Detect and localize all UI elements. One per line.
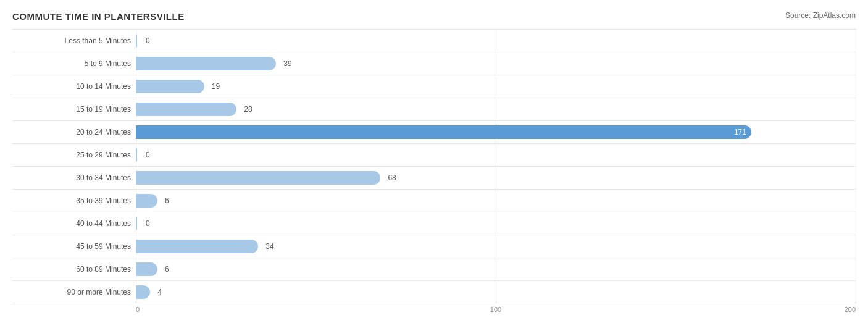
bar-value: 0 bbox=[146, 151, 150, 159]
bar-label: 10 to 14 Minutes bbox=[12, 82, 136, 91]
x-axis-tick-label: 200 bbox=[845, 306, 856, 313]
bar-label: 45 to 59 Minutes bbox=[12, 242, 136, 251]
bar-label: 90 or more Minutes bbox=[12, 288, 136, 296]
bar-value: 39 bbox=[283, 59, 291, 68]
bar-row: 5 to 9 Minutes39 bbox=[12, 52, 856, 75]
bar-value: 6 bbox=[165, 196, 169, 205]
bar-fill bbox=[136, 148, 137, 162]
bar-fill bbox=[136, 240, 258, 253]
chart-title: COMMUTE TIME IN PLANTERSVILLE bbox=[12, 11, 185, 22]
bar-track: 28 bbox=[136, 103, 856, 116]
bar-track: 0 bbox=[136, 148, 856, 162]
bar-fill bbox=[136, 80, 204, 93]
bar-fill bbox=[136, 34, 137, 48]
bar-fill bbox=[136, 103, 236, 116]
bar-value: 34 bbox=[265, 242, 273, 251]
bar-track: 171 bbox=[136, 125, 856, 139]
bar-value: 28 bbox=[244, 105, 252, 114]
bar-label: 25 to 29 Minutes bbox=[12, 151, 136, 159]
bar-label: 40 to 44 Minutes bbox=[12, 219, 136, 228]
bar-track: 6 bbox=[136, 194, 856, 208]
bar-label: 15 to 19 Minutes bbox=[12, 105, 136, 114]
bar-fill bbox=[136, 194, 157, 208]
bar-fill bbox=[136, 57, 276, 70]
bar-fill bbox=[136, 217, 137, 230]
bar-value: 0 bbox=[146, 219, 150, 228]
bar-track: 6 bbox=[136, 262, 856, 276]
bar-track: 0 bbox=[136, 217, 856, 230]
bar-label: 35 to 39 Minutes bbox=[12, 196, 136, 205]
bar-value: 19 bbox=[212, 82, 220, 91]
bar-row: 15 to 19 Minutes28 bbox=[12, 98, 856, 120]
bar-row: 40 to 44 Minutes0 bbox=[12, 212, 856, 235]
bar-track: 34 bbox=[136, 240, 856, 253]
bar-fill bbox=[136, 262, 157, 276]
bar-value: 68 bbox=[388, 174, 396, 182]
bar-value: 171 bbox=[734, 128, 746, 136]
bar-fill bbox=[136, 285, 150, 299]
bar-row: 45 to 59 Minutes34 bbox=[12, 235, 856, 258]
bar-row: Less than 5 Minutes0 bbox=[12, 29, 856, 52]
bar-track: 4 bbox=[136, 285, 856, 299]
bar-row: 20 to 24 Minutes171 bbox=[12, 120, 856, 143]
bar-row: 35 to 39 Minutes6 bbox=[12, 189, 856, 212]
bar-fill: 171 bbox=[136, 125, 751, 139]
bar-row: 10 to 14 Minutes19 bbox=[12, 75, 856, 98]
x-axis-tick-label: 100 bbox=[490, 306, 501, 313]
bar-value: 4 bbox=[157, 288, 162, 296]
bar-row: 30 to 34 Minutes68 bbox=[12, 166, 856, 189]
x-axis-tick-label: 0 bbox=[136, 306, 140, 313]
chart-header: COMMUTE TIME IN PLANTERSVILLE Source: Zi… bbox=[12, 11, 856, 22]
bar-label: Less than 5 Minutes bbox=[12, 36, 136, 45]
bar-track: 39 bbox=[136, 57, 856, 70]
x-axis: 0100200 bbox=[136, 303, 856, 316]
bar-value: 0 bbox=[146, 36, 150, 45]
bar-label: 20 to 24 Minutes bbox=[12, 128, 136, 136]
bar-label: 60 to 89 Minutes bbox=[12, 265, 136, 274]
bar-label: 30 to 34 Minutes bbox=[12, 174, 136, 182]
bar-label: 5 to 9 Minutes bbox=[12, 59, 136, 68]
chart-body: Less than 5 Minutes05 to 9 Minutes3910 t… bbox=[12, 29, 856, 303]
chart-source: Source: ZipAtlas.com bbox=[785, 11, 856, 20]
bar-track: 0 bbox=[136, 34, 856, 48]
bar-track: 19 bbox=[136, 80, 856, 93]
bar-track: 68 bbox=[136, 171, 856, 185]
chart-container: COMMUTE TIME IN PLANTERSVILLE Source: Zi… bbox=[0, 0, 868, 323]
bar-row: 90 or more Minutes4 bbox=[12, 280, 856, 303]
bar-row: 25 to 29 Minutes0 bbox=[12, 143, 856, 166]
bar-value: 6 bbox=[165, 265, 169, 274]
bar-fill bbox=[136, 171, 380, 185]
bar-row: 60 to 89 Minutes6 bbox=[12, 258, 856, 280]
